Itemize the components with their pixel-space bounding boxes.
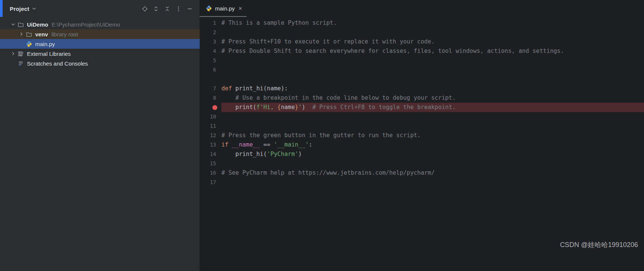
line-number[interactable]: 7 — [200, 84, 221, 93]
project-tool-window: Project UiDemoE:\PycharmProject\UiDemove… — [0, 0, 200, 271]
tab-label: main.py — [215, 5, 235, 12]
library-icon — [17, 50, 24, 57]
line-number[interactable]: 6 — [200, 65, 221, 75]
hide-icon — [187, 6, 193, 12]
line-number[interactable]: 4 — [200, 46, 221, 56]
line-number[interactable]: 16 — [200, 168, 221, 178]
line-number[interactable]: 11 — [200, 121, 221, 131]
tree-item-venv[interactable]: venvlibrary root — [0, 29, 200, 39]
editor-tabbar: main.py× — [200, 0, 644, 17]
code-line[interactable]: 16# See PyCharm help at https://www.jetb… — [200, 168, 644, 178]
code-text — [221, 159, 644, 168]
chevron-down-icon[interactable] — [31, 6, 37, 12]
code-text — [221, 112, 644, 121]
line-number[interactable]: 1 — [200, 18, 221, 28]
code-text: # Press Shift+F10 to execute it or repla… — [221, 37, 644, 46]
inlay-spacer[interactable] — [200, 75, 644, 84]
chevron-down-icon[interactable] — [9, 21, 17, 27]
code-line[interactable]: 8 # Use a breakpoint in the code line be… — [200, 93, 644, 103]
collapse-all-button[interactable] — [161, 3, 173, 14]
line-number[interactable]: 13 — [200, 140, 221, 150]
project-panel-title[interactable]: Project — [10, 6, 29, 12]
code-line[interactable]: 15 — [200, 159, 644, 168]
code-text: # Press the green button in the gutter t… — [221, 131, 644, 140]
code-line[interactable]: 1# This is a sample Python script. — [200, 18, 644, 28]
code-text: # This is a sample Python script. — [221, 18, 644, 28]
code-lines[interactable]: 1# This is a sample Python script.23# Pr… — [200, 17, 644, 271]
line-number[interactable] — [200, 75, 221, 84]
line-number[interactable]: 8 — [200, 93, 221, 103]
project-toolbar — [139, 3, 195, 14]
folder-icon — [17, 21, 24, 28]
line-number[interactable]: 3 — [200, 37, 221, 46]
code-text — [221, 75, 644, 84]
code-line[interactable]: 7def print_hi(name): — [200, 84, 644, 93]
code-text — [221, 28, 644, 37]
line-number[interactable]: 15 — [200, 159, 221, 168]
breakpoint-gutter[interactable] — [200, 103, 221, 112]
tree-item-scratches-and-consoles[interactable]: Scratches and Consoles — [0, 58, 200, 68]
code-line[interactable]: 5 — [200, 56, 644, 65]
tree-item-label: UiDemo — [27, 21, 48, 28]
code-text — [221, 56, 644, 65]
tree-item-label: Scratches and Consoles — [27, 60, 88, 67]
line-number[interactable]: 10 — [200, 112, 221, 121]
watermark: CSDN @娃哈哈19910206 — [560, 240, 638, 249]
project-panel-header: Project — [0, 0, 200, 17]
chevron-right-icon[interactable] — [17, 31, 25, 37]
code-line[interactable]: 6 — [200, 65, 644, 75]
tree-item-annotation: library root — [51, 31, 78, 37]
line-number[interactable]: 12 — [200, 131, 221, 140]
code-line[interactable]: 14 print_hi('PyCharm') — [200, 150, 644, 159]
collapse-all-icon — [164, 6, 170, 12]
code-text: print(f'Hi, {name}') # Press Ctrl+F8 to … — [221, 103, 644, 112]
line-number[interactable]: 17 — [200, 178, 221, 187]
line-number[interactable]: 14 — [200, 150, 221, 159]
more-options-button[interactable] — [173, 3, 184, 14]
code-text: # Use a breakpoint in the code line belo… — [221, 93, 644, 103]
code-line[interactable]: print(f'Hi, {name}') # Press Ctrl+F8 to … — [200, 103, 644, 112]
close-tab-icon[interactable]: × — [239, 5, 242, 12]
folder-icon — [25, 31, 33, 38]
breakpoint-icon[interactable] — [212, 105, 217, 110]
code-text — [221, 121, 644, 131]
tree-item-main-py[interactable]: main.py — [0, 39, 200, 49]
python-icon — [25, 40, 33, 48]
code-line[interactable]: 12# Press the green button in the gutter… — [200, 131, 644, 140]
chevron-right-icon[interactable] — [9, 51, 17, 57]
tree-item-label: main.py — [35, 41, 55, 47]
code-line[interactable]: 3# Press Shift+F10 to execute it or repl… — [200, 37, 644, 46]
more-options-icon — [175, 6, 182, 12]
tree-item-uidemo[interactable]: UiDemoE:\PycharmProject\UiDemo — [0, 19, 200, 29]
code-line[interactable]: 17 — [200, 178, 644, 187]
line-number[interactable]: 5 — [200, 56, 221, 65]
expand-all-icon — [153, 6, 159, 12]
locate-icon — [142, 6, 148, 12]
code-text — [221, 178, 644, 187]
code-line[interactable]: 10 — [200, 112, 644, 121]
tree-item-label: External Libraries — [27, 51, 71, 57]
code-text: def print_hi(name): — [221, 84, 644, 93]
code-line[interactable]: 13if __name__ == '__main__': — [200, 140, 644, 150]
code-text: # See PyCharm help at https://www.jetbra… — [221, 168, 644, 178]
scratches-icon — [17, 60, 24, 67]
tree-item-external-libraries[interactable]: External Libraries — [0, 49, 200, 58]
code-line[interactable]: 2 — [200, 28, 644, 37]
python-icon — [206, 5, 212, 12]
code-text: if __name__ == '__main__': — [221, 140, 644, 150]
toolwindow-stripe-indicator — [0, 0, 3, 17]
project-tree: UiDemoE:\PycharmProject\UiDemovenvlibrar… — [0, 17, 200, 68]
editor-tab-main-py[interactable]: main.py× — [200, 0, 247, 17]
code-text — [221, 65, 644, 75]
tree-item-label: venv — [35, 31, 48, 37]
code-text: print_hi('PyCharm') — [221, 150, 644, 159]
line-number[interactable]: 2 — [200, 28, 221, 37]
pycharm-window: Project UiDemoE:\PycharmProject\UiDemove… — [0, 0, 644, 271]
code-line[interactable]: 11 — [200, 121, 644, 131]
hide-button[interactable] — [184, 3, 195, 14]
tree-item-annotation: E:\PycharmProject\UiDemo — [52, 21, 120, 28]
expand-all-button[interactable] — [150, 3, 161, 14]
editor-area: main.py× 1# This is a sample Python scri… — [200, 0, 644, 271]
code-line[interactable]: 4# Press Double Shift to search everywhe… — [200, 46, 644, 56]
locate-button[interactable] — [139, 3, 150, 14]
